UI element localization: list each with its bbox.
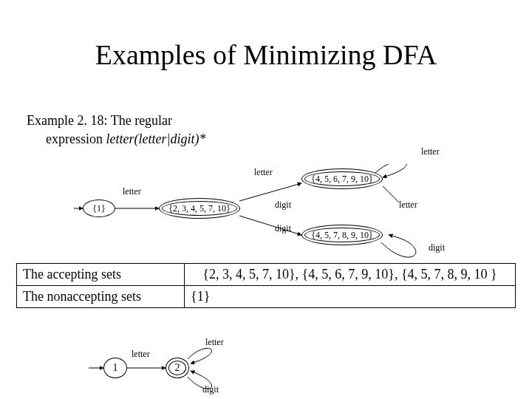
dfa-original: {1} {2, 3, 4, 5, 7, 10} {4, 5, 6, 7, 9, … bbox=[74, 164, 488, 253]
table-row: The accepting sets {2, 3, 4, 5, 7, 10}, … bbox=[17, 264, 516, 286]
state-min-1: 1 bbox=[103, 358, 127, 378]
accepting-sets-value: {2, 3, 4, 5, 7, 10}, {4, 5, 6, 7, 9, 10}… bbox=[191, 267, 509, 282]
edge-label-min-selfdigit: digit bbox=[202, 384, 219, 395]
nonaccepting-sets-label: The nonaccepting sets bbox=[17, 286, 185, 308]
edge-label-letter-s3s4: letter bbox=[399, 200, 417, 211]
subtitle-line1: Example 2. 18: The regular bbox=[27, 113, 172, 128]
state-s2: {2, 3, 4, 5, 7, 10} bbox=[159, 198, 240, 219]
state-s4: {4, 5, 7, 8, 9, 10} bbox=[301, 225, 383, 245]
edge-label-min-selfletter: letter bbox=[205, 337, 224, 348]
nonaccepting-sets-value: {1} bbox=[185, 286, 516, 308]
state-s1-label: {1} bbox=[92, 203, 106, 214]
state-min-1-label: 1 bbox=[113, 362, 118, 374]
slide: Examples of Minimizing DFA Example 2. 18… bbox=[0, 0, 532, 399]
dfa-minimized: 1 2 letter letter digit bbox=[89, 332, 251, 392]
edge-label-letter-s3self: letter bbox=[421, 146, 440, 157]
state-s3: {4, 5, 6, 7, 9, 10} bbox=[301, 168, 383, 189]
edge-label-digit-s2s4: digit bbox=[275, 223, 291, 234]
edge-label-letter-s1s2: letter bbox=[123, 186, 141, 197]
sets-table: The accepting sets {2, 3, 4, 5, 7, 10}, … bbox=[16, 263, 516, 308]
subtitle-expression: letter(letter|digit)* bbox=[106, 132, 205, 146]
state-min-2: 2 bbox=[166, 358, 189, 378]
subtitle-line2: expression letter(letter|digit)* bbox=[27, 131, 263, 148]
state-s3-label: {4, 5, 6, 7, 9, 10} bbox=[311, 174, 373, 185]
example-subtitle: Example 2. 18: The regular expression le… bbox=[27, 112, 263, 147]
state-min-2-label: 2 bbox=[175, 362, 180, 374]
edge-label-digit-s4self: digit bbox=[429, 242, 445, 253]
edge-label-min-letter: letter bbox=[132, 349, 150, 360]
edge-label-letter-s2s3: letter bbox=[254, 167, 273, 178]
edge-label-digit-s2s3: digit bbox=[275, 200, 291, 211]
page-title: Examples of Minimizing DFA bbox=[0, 38, 532, 71]
svg-line-3 bbox=[239, 216, 301, 235]
accepting-sets-value-cell: {2, 3, 4, 5, 7, 10}, {4, 5, 6, 7, 9, 10}… bbox=[185, 264, 516, 286]
accepting-sets-label: The accepting sets bbox=[17, 264, 185, 286]
state-s1: {1} bbox=[83, 200, 115, 217]
svg-line-2 bbox=[239, 183, 301, 201]
svg-line-4 bbox=[383, 186, 399, 202]
state-s4-label: {4, 5, 7, 8, 9, 10} bbox=[311, 230, 373, 241]
dfa-original-arrows bbox=[74, 164, 488, 260]
subtitle-plain: expression bbox=[46, 132, 106, 146]
state-s2-label: {2, 3, 4, 5, 7, 10} bbox=[168, 203, 231, 214]
table-row: The nonaccepting sets {1} bbox=[17, 286, 516, 308]
